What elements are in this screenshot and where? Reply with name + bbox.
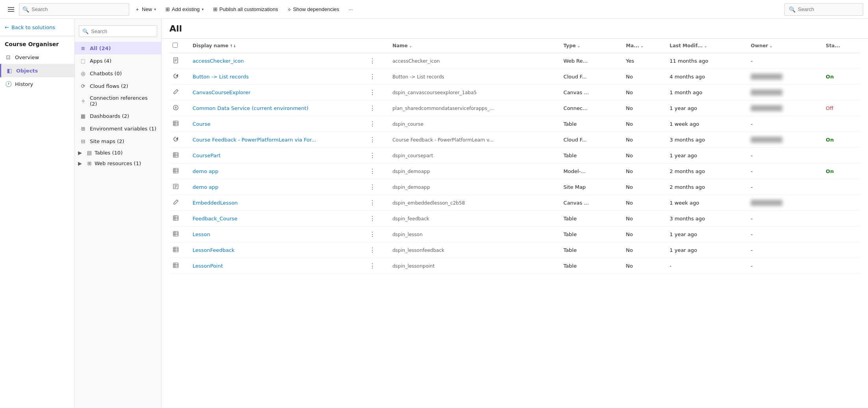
row-icon-cell (169, 85, 190, 101)
row-name: dspin_lessonpoint (389, 258, 560, 274)
th-name[interactable]: Name ⌄ (389, 39, 560, 53)
sidebar-item-objects[interactable]: ◧ Objects (0, 64, 74, 77)
more-icon: ··· (349, 6, 353, 12)
row-more-button[interactable]: ⋮ (368, 119, 377, 129)
hamburger-menu[interactable] (5, 3, 17, 16)
row-type: Connec... (560, 101, 623, 116)
row-display-name[interactable]: Button -> List records (190, 69, 364, 85)
row-display-name[interactable]: Feedback_Course (190, 211, 364, 227)
sidebar-item-all[interactable]: ≡ All (24) (75, 42, 161, 54)
row-more-button[interactable]: ⋮ (368, 214, 377, 223)
row-display-name[interactable]: demo app (190, 164, 364, 179)
more-button[interactable]: ··· (345, 3, 357, 16)
right-search-box[interactable]: 🔍 (784, 3, 863, 16)
row-display-name[interactable]: Common Data Service (current environment… (190, 101, 364, 116)
row-modified: - (667, 258, 748, 274)
top-search-box[interactable]: 🔍 (19, 3, 129, 16)
row-owner: ████████ (748, 132, 823, 148)
row-more-button[interactable]: ⋮ (368, 151, 377, 160)
objects-label: Objects (16, 68, 38, 74)
th-modified[interactable]: Last Modif... ⌄ (667, 39, 748, 53)
sidebar-item-dashboards[interactable]: ▦ Dashboards (2) (75, 110, 161, 122)
row-managed: No (623, 116, 667, 132)
sidebar-item-cloud-flows[interactable]: ⟳ Cloud flows (2) (75, 80, 161, 92)
row-status: On (823, 164, 860, 179)
row-managed: No (623, 242, 667, 258)
row-more-button[interactable]: ⋮ (368, 72, 377, 81)
row-display-name[interactable]: LessonFeedback (190, 242, 364, 258)
row-icon-cell (169, 195, 190, 211)
th-type[interactable]: Type ⌄ (560, 39, 623, 53)
sidebar-item-web-resources[interactable]: ▶ ⊞ Web resources (1) (75, 158, 161, 169)
managed-sort[interactable]: Ma... ⌄ (626, 43, 644, 48)
publish-icon: ⊞ (213, 6, 217, 12)
row-name: dspin_feedback (389, 211, 560, 227)
row-more-button[interactable]: ⋮ (368, 88, 377, 97)
sidebar-search-box[interactable]: 🔍 (79, 25, 157, 37)
row-display-name[interactable]: EmbeddedLesson (190, 195, 364, 211)
row-more-button[interactable]: ⋮ (368, 261, 377, 270)
row-status (823, 211, 860, 227)
sidebar-item-env-vars[interactable]: ⊞ Environment variables (1) (75, 122, 161, 135)
sidebar-item-tables[interactable]: ▶ ▤ Tables (10) (75, 147, 161, 158)
back-to-solutions-link[interactable]: ← Back to solutions (0, 19, 74, 36)
sidebar-search-input[interactable] (91, 28, 154, 34)
row-display-name[interactable]: accessChecker_icon (190, 53, 364, 69)
data-table: Display name ↑↓ Name ⌄ (169, 39, 860, 274)
row-display-name[interactable]: demo app (190, 179, 364, 195)
back-arrow-icon: ← (5, 24, 9, 30)
sidebar-item-overview[interactable]: ⊡ Overview (0, 50, 74, 64)
th-owner[interactable]: Owner ⌄ (748, 39, 823, 53)
owner-sort[interactable]: Owner ⌄ (751, 43, 773, 48)
table-row: Course ⋮ dspin_course Table No 1 week ag… (169, 116, 860, 132)
sort-asc-icon: ↑↓ (230, 44, 236, 48)
th-display-name[interactable]: Display name ↑↓ (190, 39, 364, 53)
row-more-button[interactable]: ⋮ (368, 56, 377, 65)
dashboards-icon: ▦ (80, 112, 87, 119)
row-type-icon (173, 106, 179, 112)
th-more (364, 39, 389, 53)
overview-icon: ⊡ (5, 54, 12, 61)
row-display-name[interactable]: Course (190, 116, 364, 132)
row-name: dspin_embeddedlesson_c2b58 (389, 195, 560, 211)
display-name-sort[interactable]: Display name ↑↓ (193, 43, 236, 48)
name-sort[interactable]: Name ⌄ (392, 43, 412, 48)
row-more-button[interactable]: ⋮ (368, 104, 377, 113)
env-vars-label: Environment variables (1) (90, 126, 156, 132)
row-more-button[interactable]: ⋮ (368, 167, 377, 176)
th-managed[interactable]: Ma... ⌄ (623, 39, 667, 53)
row-managed: No (623, 85, 667, 101)
new-button[interactable]: ＋ New ▾ (131, 3, 160, 16)
row-more-button[interactable]: ⋮ (368, 230, 377, 239)
row-name: dspin_canvascourseexplorer_1aba5 (389, 85, 560, 101)
row-type: Model-... (560, 164, 623, 179)
row-display-name[interactable]: LessonPoint (190, 258, 364, 274)
dependencies-icon: ⟡ (288, 6, 291, 13)
row-modified: 1 year ago (667, 242, 748, 258)
row-display-name[interactable]: CoursePart (190, 148, 364, 164)
row-display-name[interactable]: CanvasCourseExplorer (190, 85, 364, 101)
sidebar-item-site-maps[interactable]: ⊟ Site maps (2) (75, 135, 161, 147)
sidebar-item-chatbots[interactable]: ◎ Chatbots (0) (75, 67, 161, 80)
select-all-checkbox[interactable] (173, 43, 178, 48)
row-icon-cell (169, 179, 190, 195)
row-more-button[interactable]: ⋮ (368, 135, 377, 144)
publish-button[interactable]: ⊞ Publish all customizations (209, 3, 282, 16)
type-sort[interactable]: Type ⌄ (563, 43, 580, 48)
row-modified: 1 week ago (667, 116, 748, 132)
sidebar-item-apps[interactable]: ⬚ Apps (4) (75, 54, 161, 67)
row-more-button[interactable]: ⋮ (368, 183, 377, 192)
row-display-name[interactable]: Lesson (190, 227, 364, 242)
sidebar-item-history[interactable]: 🕐 History (0, 77, 74, 91)
top-search-input[interactable] (32, 6, 126, 12)
right-search-input[interactable] (798, 6, 859, 12)
modified-sort[interactable]: Last Modif... ⌄ (670, 43, 707, 48)
row-more-button[interactable]: ⋮ (368, 198, 377, 207)
row-more-button[interactable]: ⋮ (368, 246, 377, 255)
sidebar-item-connection-refs[interactable]: ⟡ Connection references (2) (75, 92, 161, 110)
add-existing-button[interactable]: ⊞ Add existing ▾ (162, 3, 208, 16)
row-name: plan_sharedcommondataserviceforapps_... (389, 101, 560, 116)
row-modified: 3 months ago (667, 132, 748, 148)
show-dependencies-button[interactable]: ⟡ Show dependencies (284, 3, 343, 16)
row-display-name[interactable]: Course Feedback - PowerPlatformLearn via… (190, 132, 364, 148)
